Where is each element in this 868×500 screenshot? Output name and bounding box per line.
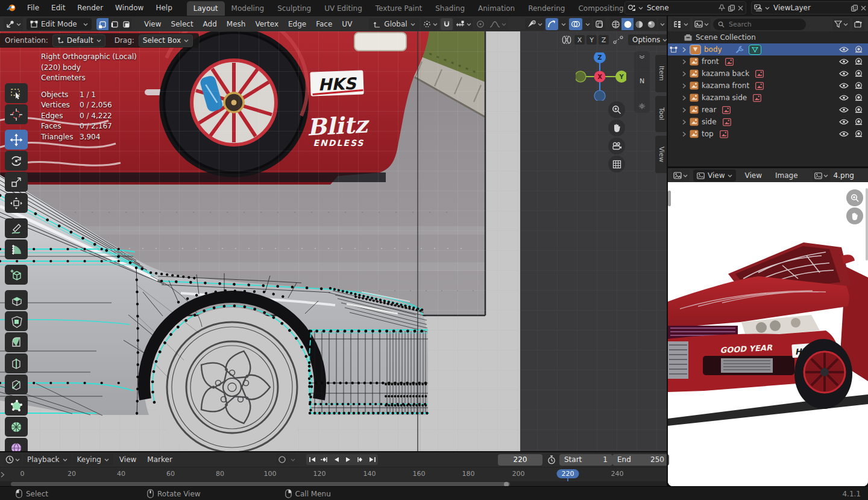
gizmos-toggle-button[interactable] — [546, 18, 558, 30]
navigation-gizmo[interactable]: Z Y X — [576, 52, 626, 101]
outliner-row-body[interactable]: body — [668, 43, 868, 55]
next-keyframe-button[interactable] — [354, 454, 366, 465]
playhead-badge[interactable]: 220 — [557, 469, 579, 478]
wireframe-shading-button[interactable] — [610, 18, 622, 30]
expand-chevron-icon[interactable] — [681, 107, 687, 113]
menu-render[interactable]: Render — [71, 0, 109, 16]
expand-chevron-icon[interactable] — [681, 119, 687, 125]
solid-shading-button[interactable] — [621, 18, 634, 30]
menu-file[interactable]: File — [21, 0, 45, 16]
search-input[interactable] — [728, 20, 784, 29]
hide-eye-icon[interactable] — [839, 46, 849, 52]
tool-orientation-dropdown[interactable]: Default — [52, 34, 105, 47]
pivot-point-dropdown[interactable] — [421, 18, 439, 30]
expand-chevron-icon[interactable] — [681, 83, 687, 89]
gizmo-y-neg-axis[interactable] — [576, 71, 586, 82]
tool-transform[interactable] — [5, 193, 28, 213]
pin-icon[interactable] — [719, 4, 725, 11]
image-editor-type-button[interactable] — [671, 169, 690, 182]
image-datablock-dropdown[interactable] — [813, 169, 830, 182]
menu-help[interactable]: Help — [149, 0, 178, 16]
menu-image-view[interactable]: View — [740, 171, 766, 180]
tab-compositing[interactable]: Compositing — [571, 1, 630, 16]
vertex-select-mode-button[interactable] — [96, 18, 108, 30]
new-copy-icon[interactable] — [728, 4, 735, 12]
perspective-toggle-button[interactable] — [608, 156, 625, 172]
shading-dropdown[interactable] — [658, 18, 667, 30]
menu-marker[interactable]: Marker — [142, 455, 177, 464]
disable-render-camera-icon[interactable] — [854, 82, 863, 89]
outliner-row[interactable]: kazama side — [668, 92, 868, 104]
pan-button[interactable] — [608, 119, 625, 136]
mirror-icon[interactable] — [561, 35, 573, 45]
auto-key-dropdown[interactable] — [289, 454, 297, 466]
tool-annotate[interactable] — [5, 218, 28, 238]
disable-render-camera-icon[interactable] — [854, 58, 863, 65]
menu-face[interactable]: Face — [311, 20, 337, 28]
options-dropdown[interactable]: Options — [628, 34, 668, 45]
tool-add-cube[interactable] — [5, 265, 28, 285]
snap-path-icon[interactable] — [612, 35, 624, 45]
image-scrollbar-vertical[interactable] — [668, 191, 671, 206]
sidebar-tab-tool[interactable]: Tool — [655, 95, 667, 133]
mirror-z-button[interactable]: Z — [599, 35, 609, 45]
n-panel-toggle[interactable]: N — [640, 77, 644, 85]
current-frame-field[interactable]: 220 — [498, 454, 542, 466]
menu-view[interactable]: View — [139, 20, 166, 28]
timeline-ruler[interactable]: 0 20 40 60 80 100 120 140 160 180 200 22… — [0, 467, 668, 481]
outliner-row[interactable]: top — [668, 128, 868, 140]
mirror-y-button[interactable]: Y — [587, 35, 597, 45]
menu-window[interactable]: Window — [109, 0, 149, 16]
outliner-row[interactable]: kazama back — [668, 68, 868, 80]
close-icon[interactable] — [738, 5, 743, 11]
hide-eye-icon[interactable] — [839, 107, 849, 113]
tool-select-box[interactable] — [5, 83, 28, 103]
disable-render-camera-icon[interactable] — [854, 106, 863, 113]
sidebar-tab-item[interactable]: Item — [655, 54, 667, 93]
expand-chevron-icon[interactable] — [681, 95, 687, 101]
snap-target-dropdown[interactable] — [454, 18, 473, 30]
image-scrollbar-right[interactable] — [866, 188, 868, 261]
blender-logo-icon[interactable] — [0, 4, 21, 12]
overlays-dropdown[interactable] — [583, 18, 592, 30]
face-select-mode-button[interactable] — [121, 18, 133, 30]
hide-eye-icon[interactable] — [839, 71, 849, 77]
disable-render-camera-icon[interactable] — [854, 118, 863, 125]
outliner-row[interactable]: front — [668, 55, 868, 68]
close-icon[interactable] — [861, 5, 866, 11]
image-pan-button[interactable] — [846, 207, 863, 224]
mode-dropdown[interactable]: Edit Mode — [27, 18, 92, 30]
proportional-falloff-dropdown[interactable] — [488, 18, 508, 30]
hide-eye-icon[interactable] — [839, 83, 849, 89]
zoom-button[interactable] — [608, 101, 625, 118]
new-collection-button[interactable] — [852, 18, 864, 30]
disable-render-camera-icon[interactable] — [854, 130, 863, 138]
image-editor-canvas[interactable]: GOOD YEAR HKS — [668, 182, 868, 486]
expand-chevron-icon[interactable] — [681, 59, 687, 65]
outliner-editor-type-button[interactable] — [671, 18, 690, 30]
gizmos-dropdown[interactable] — [559, 18, 568, 30]
proportional-editing-button[interactable] — [474, 18, 486, 30]
timeline-editor-type-button[interactable] — [4, 454, 22, 466]
disable-render-camera-icon[interactable] — [854, 70, 863, 77]
outliner-row[interactable]: rear — [668, 104, 868, 116]
menu-image[interactable]: Image — [770, 171, 803, 180]
outliner-search[interactable] — [713, 19, 806, 30]
tool-spin[interactable] — [5, 417, 28, 437]
hide-eye-icon[interactable] — [839, 59, 849, 65]
tool-poly-build[interactable] — [5, 396, 28, 416]
overlays-toggle-button[interactable] — [569, 18, 582, 30]
hide-eye-icon[interactable] — [839, 95, 849, 101]
tool-cursor[interactable] — [5, 104, 28, 124]
outliner-row-scene-collection[interactable]: Scene Collection — [668, 31, 868, 43]
disable-render-camera-icon[interactable] — [854, 46, 863, 53]
expand-chevron-icon[interactable] — [681, 71, 687, 77]
show-gizmo-dropdown[interactable] — [525, 18, 544, 30]
end-frame-field[interactable]: End 250 — [612, 454, 669, 466]
outliner-row[interactable]: side — [668, 116, 868, 128]
drag-mode-dropdown[interactable]: Select Box — [139, 34, 193, 47]
stopwatch-icon[interactable] — [547, 455, 556, 464]
tool-rotate[interactable] — [5, 151, 28, 171]
tab-animation[interactable]: Animation — [471, 1, 521, 16]
image-mode-dropdown[interactable]: View — [693, 169, 736, 182]
